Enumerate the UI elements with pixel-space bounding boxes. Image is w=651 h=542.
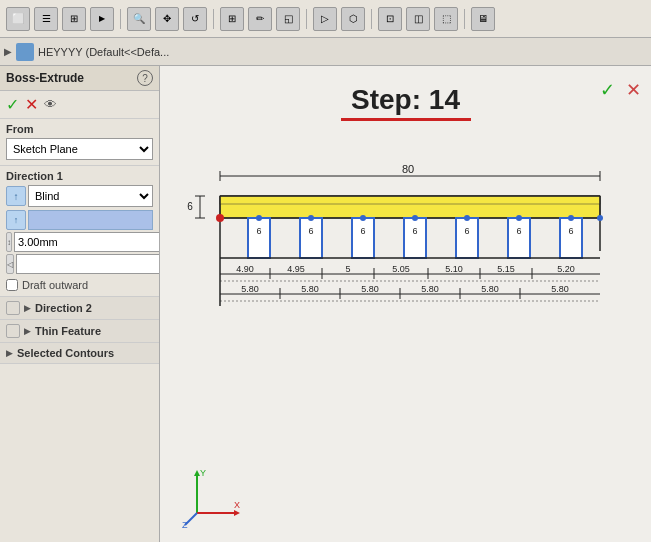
step-label: Step: 14 bbox=[351, 84, 460, 116]
toolbar-icon-view3[interactable]: ⬚ bbox=[434, 7, 458, 31]
from-select[interactable]: Sketch Plane bbox=[6, 138, 153, 160]
toolbar-icon-sketch[interactable]: ✏ bbox=[248, 7, 272, 31]
depth-row: ↕ ▲ ▼ bbox=[6, 232, 153, 252]
direction2-section[interactable]: ▶ Direction 2 bbox=[0, 297, 159, 320]
engineering-drawing: 80 6 6 6 6 6 6 bbox=[180, 136, 640, 446]
svg-text:Z: Z bbox=[182, 520, 188, 528]
direction1-flip-icon[interactable]: ↑ bbox=[6, 210, 26, 230]
svg-point-36 bbox=[597, 215, 603, 221]
svg-text:6: 6 bbox=[568, 226, 573, 236]
toolbar-icon-1[interactable]: ⬜ bbox=[6, 7, 30, 31]
selected-contours-label: Selected Contours bbox=[17, 347, 114, 359]
toolbar-icon-expand[interactable]: ▶ bbox=[90, 7, 114, 31]
svg-text:6: 6 bbox=[516, 226, 521, 236]
contours-collapse-arrow: ▶ bbox=[6, 348, 13, 358]
toolbar-icon-grid[interactable]: ⊞ bbox=[220, 7, 244, 31]
toolbar-icon-view2[interactable]: ◫ bbox=[406, 7, 430, 31]
breadcrumb-text: HEYYYY (Default<<Defa... bbox=[38, 46, 169, 58]
sep-2 bbox=[213, 9, 214, 29]
direction2-checkbox-icon bbox=[6, 301, 20, 315]
svg-text:6: 6 bbox=[412, 226, 417, 236]
thin-feature-checkbox-icon bbox=[6, 324, 20, 338]
svg-text:5.80: 5.80 bbox=[361, 284, 379, 294]
svg-text:6: 6 bbox=[187, 201, 193, 212]
canvas-ok-button[interactable]: ✓ bbox=[593, 76, 621, 104]
toolbar-icon-zoom[interactable]: 🔍 bbox=[127, 7, 151, 31]
panel-title: Boss-Extrude bbox=[6, 71, 84, 85]
svg-rect-27 bbox=[560, 218, 582, 258]
left-panel: Boss-Extrude ? ✓ ✕ 👁 From Sketch Plane D… bbox=[0, 66, 160, 542]
draft-outward-checkbox[interactable] bbox=[6, 279, 18, 291]
draft-row: ◁ ▲ ▼ bbox=[6, 254, 153, 274]
depth-icon: ↕ bbox=[6, 232, 12, 252]
direction1-section: Direction 1 ↑ Blind ↑ ↕ ▲ ▼ bbox=[0, 166, 159, 297]
sep-1 bbox=[120, 9, 121, 29]
draft-input[interactable] bbox=[16, 254, 160, 274]
svg-text:5: 5 bbox=[345, 264, 350, 274]
from-label: From bbox=[6, 123, 153, 135]
panel-actions: ✓ ✕ 👁 bbox=[0, 91, 159, 119]
toolbar-icon-b[interactable]: ⬡ bbox=[341, 7, 365, 31]
direction1-select[interactable]: Blind bbox=[28, 185, 153, 207]
svg-text:5.80: 5.80 bbox=[481, 284, 499, 294]
svg-text:Y: Y bbox=[200, 468, 206, 478]
breadcrumb-bar: ▶ HEYYYY (Default<<Defa... bbox=[0, 38, 651, 66]
toolbar-icon-a[interactable]: ▷ bbox=[313, 7, 337, 31]
sep-4 bbox=[371, 9, 372, 29]
direction1-dropdown-row: ↑ Blind bbox=[6, 185, 153, 207]
svg-text:6: 6 bbox=[308, 226, 313, 236]
ok-button[interactable]: ✓ bbox=[6, 95, 19, 114]
coordinate-axis: Y X Z bbox=[182, 468, 242, 528]
color-box-row: ↑ bbox=[6, 210, 153, 230]
main-area: Boss-Extrude ? ✓ ✕ 👁 From Sketch Plane D… bbox=[0, 66, 651, 542]
top-toolbar: ⬜ ☰ ⊞ ▶ 🔍 ✥ ↺ ⊞ ✏ ◱ ▷ ⬡ ⊡ ◫ ⬚ 🖥 bbox=[0, 0, 651, 38]
selected-contours-section[interactable]: ▶ Selected Contours bbox=[0, 343, 159, 364]
svg-marker-81 bbox=[234, 510, 240, 516]
thin-feature-label: Thin Feature bbox=[35, 325, 101, 337]
toolbar-icon-pan[interactable]: ✥ bbox=[155, 7, 179, 31]
panel-header: Boss-Extrude ? bbox=[0, 66, 159, 91]
sep-5 bbox=[464, 9, 465, 29]
svg-text:5.80: 5.80 bbox=[241, 284, 259, 294]
toolbar-icon-rotate[interactable]: ↺ bbox=[183, 7, 207, 31]
svg-point-34 bbox=[516, 215, 522, 221]
direction1-arrow-icon[interactable]: ↑ bbox=[6, 186, 26, 206]
thin-feature-section[interactable]: ▶ Thin Feature bbox=[0, 320, 159, 343]
toolbar-icon-3d[interactable]: ◱ bbox=[276, 7, 300, 31]
help-button[interactable]: ? bbox=[137, 70, 153, 86]
svg-text:80: 80 bbox=[402, 163, 414, 175]
cancel-button[interactable]: ✕ bbox=[25, 95, 38, 114]
svg-text:4.90: 4.90 bbox=[236, 264, 254, 274]
toolbar-icon-3[interactable]: ⊞ bbox=[62, 7, 86, 31]
svg-point-32 bbox=[412, 215, 418, 221]
toolbar-icon-view1[interactable]: ⊡ bbox=[378, 7, 402, 31]
canvas-cancel-button[interactable]: ✕ bbox=[619, 76, 647, 104]
svg-rect-1 bbox=[220, 196, 600, 204]
direction2-collapse-arrow: ▶ bbox=[24, 303, 31, 313]
svg-text:X: X bbox=[234, 500, 240, 510]
depth-input[interactable] bbox=[14, 232, 160, 252]
svg-point-30 bbox=[308, 215, 314, 221]
svg-text:5.20: 5.20 bbox=[557, 264, 575, 274]
svg-text:5.80: 5.80 bbox=[421, 284, 439, 294]
svg-text:6: 6 bbox=[360, 226, 365, 236]
svg-point-33 bbox=[464, 215, 470, 221]
thin-collapse-arrow: ▶ bbox=[24, 326, 31, 336]
direction1-label: Direction 1 bbox=[6, 170, 153, 182]
toolbar-icon-2[interactable]: ☰ bbox=[34, 7, 58, 31]
sep-3 bbox=[306, 9, 307, 29]
svg-text:5.05: 5.05 bbox=[392, 264, 410, 274]
svg-rect-15 bbox=[248, 218, 270, 258]
from-section: From Sketch Plane bbox=[0, 119, 159, 166]
toolbar-icon-monitor[interactable]: 🖥 bbox=[471, 7, 495, 31]
svg-rect-17 bbox=[300, 218, 322, 258]
eye-button[interactable]: 👁 bbox=[44, 97, 57, 112]
nav-arrow: ▶ bbox=[4, 46, 12, 57]
svg-rect-21 bbox=[404, 218, 426, 258]
draft-icon: ◁ bbox=[6, 254, 14, 274]
draft-outward-row: Draft outward bbox=[6, 276, 153, 294]
svg-point-14 bbox=[216, 214, 224, 222]
from-dropdown-row: Sketch Plane bbox=[6, 138, 153, 160]
svg-rect-23 bbox=[456, 218, 478, 258]
svg-text:5.80: 5.80 bbox=[551, 284, 569, 294]
